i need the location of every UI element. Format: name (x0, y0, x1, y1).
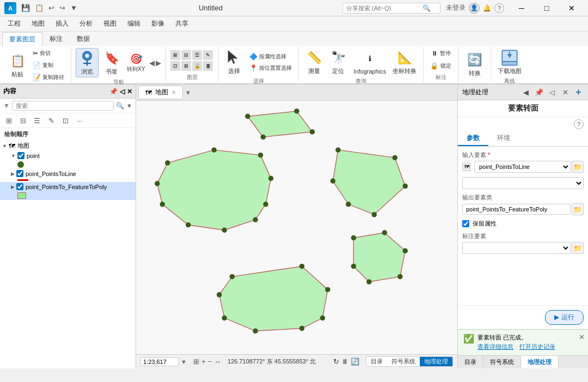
layer-btn-8[interactable]: 🗑 (203, 61, 213, 71)
redo-qat-btn[interactable]: ↪ (58, 3, 67, 13)
geo-auto-hide-btn[interactable]: ◁ (547, 87, 558, 98)
menu-edit[interactable]: 编辑 (122, 17, 146, 31)
notification-close-btn[interactable]: ✕ (579, 333, 585, 341)
zoom-in-btn[interactable]: + (201, 357, 206, 366)
download-map-btn[interactable]: 下载地图 (495, 48, 524, 76)
layer-list-btn[interactable]: ☰ (32, 115, 42, 126)
input-browse-btn[interactable]: 📁 (572, 161, 584, 173)
zoom-out-btn[interactable]: − (207, 357, 212, 366)
goto-xy-btn[interactable]: 🎯 转到XY (125, 52, 147, 74)
copy-btn[interactable]: 📄 复制 (30, 60, 66, 70)
locate-btn[interactable]: 🔭 定位 (327, 48, 349, 76)
menu-analysis[interactable]: 分析 (74, 17, 98, 31)
sidebar-close-icon[interactable]: ✕ (127, 88, 132, 95)
minimize-button[interactable]: ─ (510, 0, 534, 16)
layer-btn-7[interactable]: 🔒 (192, 61, 202, 71)
browse-btn[interactable]: 浏览 (76, 48, 99, 77)
geo-back-btn[interactable]: ◀ (520, 87, 531, 98)
select-btn[interactable]: 选择 (223, 48, 245, 76)
sidebar-pin-icon[interactable]: 📌 (109, 88, 118, 95)
geo-pin-btn[interactable]: 📌 (534, 87, 544, 98)
geo-run-btn[interactable]: ▶ 运行 (545, 310, 584, 325)
user-avatar[interactable]: 👤 (469, 3, 480, 14)
lock-label-btn[interactable]: 🔒 锁定 (428, 60, 454, 71)
maximize-button[interactable]: □ (535, 0, 559, 16)
geo-close-btn[interactable]: ✕ (560, 87, 571, 98)
search-more-icon[interactable]: ▼ (126, 102, 132, 109)
input-features-select2[interactable] (462, 177, 584, 189)
tab-feature-layer[interactable]: 要素图层 (2, 32, 42, 46)
label-features-select[interactable] (462, 242, 571, 254)
menu-project[interactable]: 工程 (2, 17, 26, 31)
map-tab[interactable]: 🗺 地图 ✕ (138, 86, 183, 99)
undo-qat-btn[interactable]: ↩ (47, 3, 56, 13)
layer-btn-1[interactable]: ⊞ (170, 50, 180, 60)
rotate-icon[interactable]: ↻ (333, 357, 339, 366)
select-by-loc-btn[interactable]: 📍 按位置置选择 (247, 63, 294, 73)
tab-label[interactable]: 标注 (42, 32, 70, 46)
measure-btn[interactable]: 📏 测量 (303, 48, 325, 76)
geo-help-btn[interactable]: ? (574, 119, 584, 129)
qat-dropdown-btn[interactable]: ▼ (69, 3, 79, 13)
save-qat-btn[interactable]: 💾 (20, 3, 32, 13)
layer-btn-5[interactable]: ⊡ (170, 61, 180, 71)
cut-btn[interactable]: ✂ 剪切 (30, 48, 66, 58)
global-search-box[interactable]: 🔍 (342, 3, 440, 14)
notify-details-link[interactable]: 查看详细信息 (477, 343, 513, 350)
map-tab-close-btn[interactable]: ✕ (171, 89, 176, 95)
extent-btn[interactable]: ⊞ (193, 357, 199, 366)
search-icon[interactable]: 🔍 (116, 102, 124, 110)
pan-btn[interactable]: ↔ (214, 357, 221, 366)
bell-icon[interactable]: 🔔 (483, 4, 491, 12)
sidebar-auto-hide-icon[interactable]: ◁ (120, 88, 125, 95)
menu-map[interactable]: 地图 (26, 17, 50, 31)
close-button[interactable]: ✕ (560, 0, 584, 16)
global-search-input[interactable] (346, 5, 422, 11)
geo-add-btn[interactable]: ＋ (573, 87, 584, 98)
pause-label-btn[interactable]: ⏸ 暂停 (429, 48, 453, 58)
paste-btn[interactable]: 📋 粘贴 (7, 51, 28, 80)
status-tab-symbology[interactable]: 符号系统 (387, 357, 420, 366)
layer-ptl-checkbox[interactable] (16, 170, 23, 177)
map-tab-dropdown-btn[interactable]: ▼ (185, 89, 191, 96)
layer-btn-6[interactable]: ⊞ (181, 61, 191, 71)
layer-ptp-checkbox[interactable] (16, 183, 23, 190)
nav-fwd-icon[interactable]: ▶ (156, 59, 161, 67)
layer-btn-4[interactable]: ✎ (203, 50, 213, 60)
layer-tile-btn[interactable]: ⊡ (60, 115, 71, 126)
status-tab-catalog[interactable]: 目录 (366, 357, 387, 366)
layer-btn-2[interactable]: ⊟ (181, 50, 191, 60)
pause-map-btn[interactable]: ⏸ (341, 357, 348, 366)
layer-add-btn[interactable]: ⊞ (3, 115, 14, 126)
layer-search-input[interactable] (12, 101, 114, 111)
layer-toggle-btn[interactable]: ⊟ (17, 115, 28, 126)
layer-points-to-line[interactable]: ▶ point_PointsToLine (0, 169, 136, 178)
map-viewport[interactable] (136, 101, 457, 354)
menu-share[interactable]: 共享 (170, 17, 194, 31)
help-btn[interactable]: ? (494, 3, 504, 13)
menu-insert[interactable]: 插入 (50, 17, 74, 31)
geo-bottom-tab-geoprocessing[interactable]: 地理处理 (521, 356, 559, 368)
notify-history-link[interactable]: 打开历史记录 (519, 343, 555, 350)
geo-tab-env[interactable]: 环境 (488, 131, 519, 146)
status-tab-geoprocessing[interactable]: 地理处理 (420, 357, 452, 366)
label-browse-btn[interactable]: 📁 (572, 242, 584, 254)
copy-qat-btn[interactable]: 📋 (33, 3, 45, 13)
input-features-select[interactable]: point_PointsToLine (474, 161, 571, 173)
layer-point-group[interactable]: ▼ point (0, 151, 136, 160)
output-features-input[interactable] (462, 204, 571, 215)
scale-input[interactable] (140, 357, 179, 366)
geo-bottom-tab-symbology[interactable]: 符号系统 (483, 356, 521, 368)
geo-tab-params[interactable]: 参数 (458, 131, 488, 146)
convert-btn[interactable]: 🔄 转换 (464, 50, 486, 78)
scale-dropdown-icon[interactable]: ▼ (181, 359, 187, 365)
output-browse-btn[interactable]: 📁 (572, 203, 584, 215)
layer-point-checkbox[interactable] (17, 152, 24, 159)
layer-btn-3[interactable]: ☰ (192, 50, 202, 60)
geo-bottom-tab-catalog[interactable]: 目录 (458, 356, 483, 368)
select-by-attr-btn[interactable]: 🔷 按属性选择 (247, 51, 294, 62)
copy-path-btn[interactable]: 📝 复制路径 (30, 72, 66, 82)
refresh-map-btn[interactable]: 🔄 (351, 357, 359, 366)
keep-attrs-checkbox[interactable] (462, 220, 469, 227)
tab-data[interactable]: 数据 (70, 32, 97, 46)
